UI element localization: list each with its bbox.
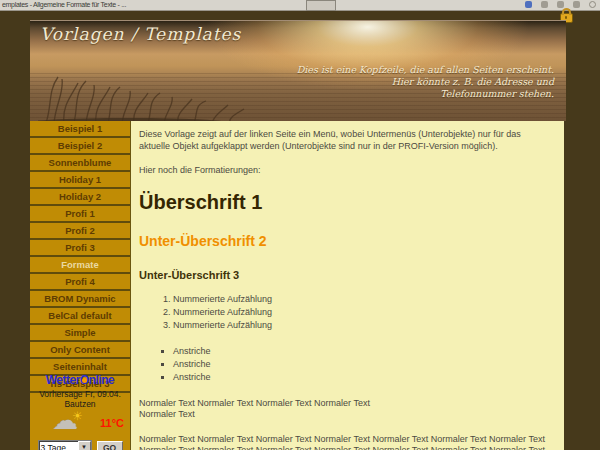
sidebar-menu: Beispiel 1 Beispiel 2 Sonnenblume Holida… — [30, 121, 130, 450]
weather-widget: WetterOnline Vorhersage Fr, 09.04. Bautz… — [30, 373, 130, 450]
main-content: Diese Vorlage zeigt auf der linken Seite… — [130, 121, 564, 450]
header-banner: Vorlagen / Templates Dies ist eine Kopfz… — [30, 20, 566, 121]
sidebar-item-simple[interactable]: Simple — [30, 325, 130, 342]
heading-3: Unter-Überschrift 3 — [139, 269, 554, 281]
sidebar-item-profi-1[interactable]: Profi 1 — [30, 206, 130, 223]
temperature-value: 11°C — [100, 417, 124, 429]
sidebar-item-profi-4[interactable]: Profi 4 — [30, 274, 130, 291]
sidebar-item-profi-3[interactable]: Profi 3 — [30, 240, 130, 257]
browser-tab-title[interactable]: emplates - Allgemeine Formate für Texte … — [2, 1, 126, 8]
wetteronline-logo[interactable]: WetterOnline — [30, 373, 130, 387]
partly-cloudy-icon: ☀ ☁ — [52, 411, 92, 437]
browser-tab-bar: emplates - Allgemeine Formate für Texte … — [0, 0, 600, 11]
sidebar-item-holiday-2[interactable]: Holiday 2 — [30, 189, 130, 206]
weather-controls: 3 Tage ▼ GO — [30, 440, 130, 450]
sidebar-item-only-content[interactable]: Only Content — [30, 342, 130, 359]
sidebar-item-profi-2[interactable]: Profi 2 — [30, 223, 130, 240]
sidebar-item-beispiel-1[interactable]: Beispiel 1 — [30, 121, 130, 138]
bullet-list-item: Anstriche — [173, 371, 554, 384]
heading-2: Unter-Überschrift 2 — [139, 233, 554, 249]
numbered-list-item: Nummerierte Aufzählung — [173, 293, 554, 306]
tagline-line-1: Dies ist eine Kopfzeile, die auf allen S… — [297, 64, 554, 76]
dune-grass-graphic — [38, 75, 253, 121]
bookmark-icon[interactable] — [525, 1, 532, 8]
formats-label: Hier noch die Formatierungen: — [139, 165, 554, 177]
bullet-list-item: Anstriche — [173, 358, 554, 371]
site-title: Vorlagen / Templates — [40, 24, 241, 44]
forecast-range-value: 3 Tage — [39, 443, 78, 450]
sidebar-item-belcal-default[interactable]: BelCal default — [30, 308, 130, 325]
bullet-list: Anstriche Anstriche Anstriche — [139, 345, 554, 384]
go-button[interactable]: GO — [97, 441, 123, 450]
forecast-range-select[interactable]: 3 Tage ▼ — [38, 440, 92, 450]
bullet-list-item: Anstriche — [173, 345, 554, 358]
numbered-list: Nummerierte Aufzählung Nummerierte Aufzä… — [139, 293, 554, 332]
cloud-icon: ☁ — [52, 405, 78, 435]
forecast-city: Bautzen — [30, 399, 130, 409]
page-background: emplates - Allgemeine Formate für Texte … — [0, 0, 600, 450]
print-icon[interactable] — [541, 1, 548, 8]
logo-text-wetter: Wetter — [46, 373, 80, 387]
mail-icon[interactable] — [573, 1, 580, 8]
normal-text-short: Normaler Text Normaler Text Normaler Tex… — [139, 398, 554, 421]
home-icon[interactable] — [557, 1, 564, 8]
browser-tab-edge[interactable] — [306, 0, 336, 11]
browser-toolbar-icons — [525, 1, 596, 8]
numbered-list-item: Nummerierte Aufzählung — [173, 319, 554, 332]
logo-text-nline: nline — [89, 373, 115, 387]
sidebar-item-beispiel-2[interactable]: Beispiel 2 — [30, 138, 130, 155]
help-icon[interactable] — [589, 1, 596, 8]
normal-text-long: Normaler Text Normaler Text Normaler Tex… — [139, 434, 554, 450]
heading-1: Überschrift 1 — [139, 191, 554, 214]
numbered-list-item: Nummerierte Aufzählung — [173, 306, 554, 319]
sidebar-item-sonnenblume[interactable]: Sonnenblume — [30, 155, 130, 172]
chevron-down-icon[interactable]: ▼ — [78, 441, 91, 450]
tagline-line-3: Telefonnummer stehen. — [297, 88, 554, 100]
sidebar-item-brom-dynamic[interactable]: BROM Dynamic — [30, 291, 130, 308]
tagline-line-2: Hier könnte z. B. die Adresse und — [297, 76, 554, 88]
sidebar-item-holiday-1[interactable]: Holiday 1 — [30, 172, 130, 189]
sun-o-icon: O — [80, 373, 89, 387]
header-tagline: Dies ist eine Kopfzeile, die auf allen S… — [297, 64, 554, 100]
forecast-date: Vorhersage Fr, 09.04. — [30, 389, 130, 399]
intro-paragraph: Diese Vorlage zeigt auf der linken Seite… — [139, 129, 554, 152]
forecast-row: ☀ ☁ 11°C — [30, 411, 130, 437]
sidebar-item-formate[interactable]: Formate — [30, 257, 130, 274]
